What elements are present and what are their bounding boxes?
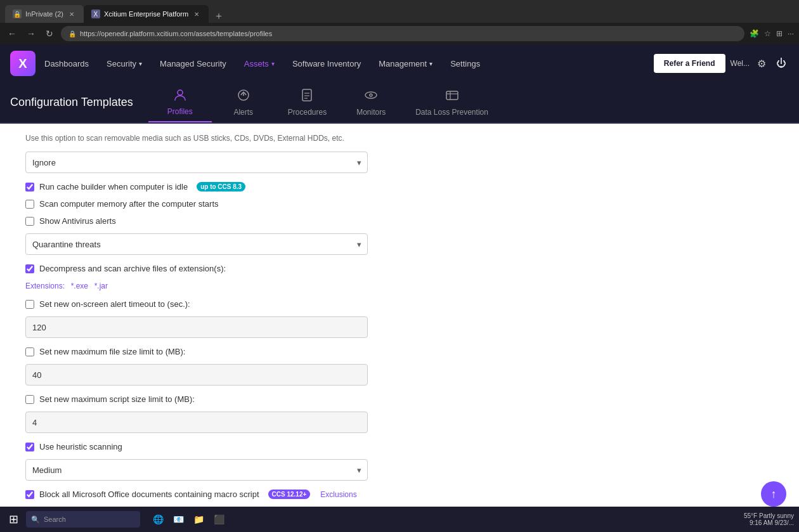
content-inner: Use this option to scan removable media … [0,124,431,517]
taskbar-app-terminal[interactable]: ⬛ [210,510,228,528]
checkbox-macro[interactable] [25,490,34,499]
input-timeout[interactable] [25,316,368,338]
svg-point-2 [243,94,244,96]
dropdown1-wrapper: Ignore Scan Block ▾ [25,152,368,173]
tab-alerts-label: Alerts [233,108,253,117]
nav-management-chevron: ▾ [429,60,432,67]
address-bar: ← → ↻ 🔒 https://openedir.platform.xcitiu… [0,23,799,44]
checkbox-heuristic[interactable] [25,443,34,451]
dropdown2-row: Quarantine threats Ignore Block Delete ▾ [25,233,406,255]
logout-icon[interactable]: ⏻ [774,55,789,72]
nav-software-inventory[interactable]: Software Inventory [283,44,370,82]
ext-tag-exe[interactable]: *.exe [71,282,88,290]
checkbox-alert-timeout[interactable] [25,300,34,309]
scroll-to-top-button[interactable]: ↑ [761,481,786,507]
refer-button[interactable]: Refer a Friend [654,54,725,73]
taskbar-app-mail[interactable]: 📧 [169,510,187,528]
ext-tag-jar[interactable]: *.jar [94,282,108,290]
taskbar-app-edge[interactable]: 🌐 [149,510,167,528]
dropdown2-select[interactable]: Quarantine threats Ignore Block Delete [25,233,368,255]
svg-rect-3 [302,89,311,101]
extensions-row: Extensions: *.exe *.jar [25,281,406,290]
time-display: 9:16 AM 9/23/... [744,519,794,526]
checkbox-decompress[interactable] [25,264,34,273]
taskbar: ⊞ 🔍 Search 🌐 📧 📁 ⬛ 55°F Partly sunny 9:1… [0,507,799,532]
taskbar-search[interactable]: 🔍 Search [26,511,140,528]
input-max-script[interactable] [25,412,368,433]
nav-managed-security[interactable]: Managed Security [151,44,235,82]
dropdown3-select[interactable]: Low Medium High [25,459,368,481]
extensions-label[interactable]: Extensions: [25,282,65,290]
nav-assets-chevron: ▾ [271,60,275,67]
svg-point-7 [365,92,377,98]
profiles-icon [173,88,187,105]
refresh-button[interactable]: ↻ [43,26,56,41]
tab-dlp[interactable]: Data Loss Prevention [403,82,501,122]
tab-profiles[interactable]: Profiles [148,82,212,122]
tab-favicon-inprivate: 🔒 [13,10,22,18]
nav-settings[interactable]: Settings [441,44,489,82]
settings-icon[interactable]: ⚙ [755,55,769,72]
page-title: Configuration Templates [10,82,148,122]
checkbox-alert-timeout-label: Set new on-screen alert timeout to (sec.… [39,299,190,309]
nav-management-label: Management [379,59,427,68]
url-text: https://openedir.platform.xcitium.com/as… [80,30,272,37]
checkbox-show-alerts[interactable] [25,217,34,226]
url-bar[interactable]: 🔒 https://openedir.platform.xcitium.com/… [61,26,744,41]
dropdown3-row: Low Medium High ▾ [25,459,406,481]
tab-close-inprivate[interactable]: ✕ [67,10,76,18]
dropdown1-select[interactable]: Ignore Scan Block [25,152,368,173]
input-max-file[interactable] [25,364,368,386]
tab-label-xcitium: Xcitium Enterprise Platform [104,10,188,18]
tab-procedures[interactable]: Procedures [275,82,339,122]
back-button[interactable]: ← [5,26,19,41]
tab-monitors[interactable]: Monitors [339,82,403,122]
input-max-file-row [25,364,406,386]
dropdown2-wrapper: Quarantine threats Ignore Block Delete ▾ [25,233,368,255]
checkbox-max-file[interactable] [25,347,34,356]
tab-close-xcitium[interactable]: ✕ [192,10,201,18]
browser-actions: 🧩 ☆ ⊞ ··· [750,29,794,38]
nav-security[interactable]: Security ▾ [98,44,151,82]
nav-dashboards[interactable]: Dashboards [36,44,98,82]
weather-display: 55°F Partly sunny [744,512,794,519]
badge-ccs1212: CCS 12.12+ [268,490,311,499]
tab-xcitium[interactable]: X Xcitium Enterprise Platform ✕ [84,5,209,23]
favorites-icon[interactable]: ☆ [764,29,771,38]
checkbox-max-script-row: Set new maximum script size limit to (MB… [25,394,406,404]
new-tab-button[interactable]: ＋ [209,10,229,23]
forward-button[interactable]: → [24,26,38,41]
nav-security-chevron: ▾ [139,60,142,67]
hint-text: Use this option to scan removable media … [25,134,406,143]
checkbox-show-alerts-label: Show Antivirus alerts [39,216,116,226]
collections-icon[interactable]: ⊞ [776,29,783,38]
tab-label-inprivate: InPrivate (2) [25,10,63,18]
nav-management[interactable]: Management ▾ [370,44,441,82]
dropdown1-row: Ignore Scan Block ▾ [25,152,406,173]
checkbox-alert-timeout-row: Set new on-screen alert timeout to (sec.… [25,299,406,309]
checkbox-macro-label: Block all Microsoft Office documents con… [39,490,259,499]
extensions-icon[interactable]: 🧩 [750,29,759,38]
start-button[interactable]: ⊞ [5,510,22,529]
exclusions-link[interactable]: Exclusions [320,490,356,499]
tab-alerts[interactable]: Alerts [212,82,275,122]
browser-tabs: 🔒 InPrivate (2) ✕ X Xcitium Enterprise P… [5,0,229,23]
tab-inprivate[interactable]: 🔒 InPrivate (2) ✕ [5,5,84,23]
checkbox-decompress-label: Decompress and scan archive files of ext… [39,264,226,273]
taskbar-app-files[interactable]: 📁 [190,510,207,528]
checkbox-max-script-label: Set new maximum script size limit to (MB… [39,394,195,404]
sub-nav: Configuration Templates Profiles Alerts [0,82,799,124]
tab-procedures-label: Procedures [288,108,327,117]
dropdown3-wrapper: Low Medium High ▾ [25,459,368,481]
nav-assets[interactable]: Assets ▾ [235,44,283,82]
more-icon[interactable]: ··· [788,29,794,38]
checkbox-show-alerts-row: Show Antivirus alerts [25,216,406,226]
tab-profiles-label: Profiles [167,107,193,116]
checkbox-heuristic-label: Use heuristic scanning [39,442,122,451]
checkbox-scan-memory[interactable] [25,200,34,209]
welcome-text: Wel... [731,59,750,68]
checkbox-max-script[interactable] [25,395,34,404]
lock-icon: 🔒 [68,30,76,37]
taskbar-right: 55°F Partly sunny 9:16 AM 9/23/... [744,512,794,526]
checkbox-cache[interactable] [25,183,34,191]
